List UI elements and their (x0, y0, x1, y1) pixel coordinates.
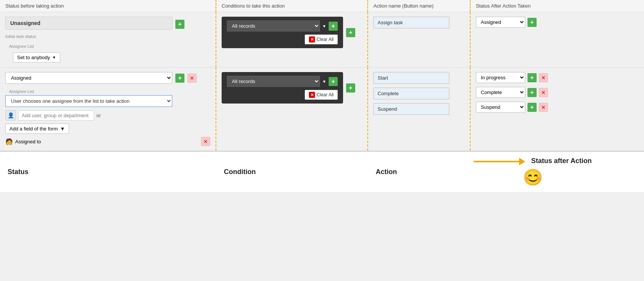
section-row-2: Assigned + ✕ Assignee List User chooses … (0, 68, 644, 151)
status-after-item-start: In progress + ✕ (476, 72, 639, 83)
condition-block-2: All records ▼ + ✕ Clear All (222, 72, 343, 104)
add-status-btn-2[interactable]: + (175, 74, 184, 83)
add-user-input[interactable] (18, 110, 94, 121)
action-item-complete (373, 88, 464, 99)
arrow-with-label: Status after Action (474, 157, 592, 166)
header-action: Action name (Button name) (368, 0, 471, 12)
add-condition-outer-btn-2[interactable]: + (346, 83, 355, 93)
cell-action-1 (368, 12, 471, 67)
header-status-after: Status After Action Taken (471, 0, 644, 12)
clear-all-x-icon-2: ✕ (309, 92, 315, 98)
action-input-start[interactable] (373, 72, 449, 84)
field-dropdown-button[interactable]: Add a field of the form ▼ (5, 124, 69, 134)
header-row: Status before taking action Conditions t… (0, 0, 644, 12)
add-condition-button-2[interactable]: + (329, 77, 338, 86)
chevron-down-icon-cond-2: ▼ (322, 79, 326, 84)
condition-block-inner-1: All records ▼ + (227, 20, 338, 31)
field-dropdown-wrap: Add a field of the form ▼ (5, 124, 210, 134)
add-user-input-wrap: 👤 or (5, 110, 210, 121)
cell-condition-1: All records ▼ + ✕ Clear All (216, 12, 368, 67)
assignee-list-label-2: Assignee List (9, 89, 210, 94)
add-status-after-btn-start[interactable]: + (527, 73, 537, 82)
status-after-select-1[interactable]: Assigned (476, 17, 525, 28)
initial-task-label: Initial task status (5, 34, 210, 39)
assigned-to-label: Assigned to (15, 139, 41, 144)
clear-all-wrap-2: ✕ Clear All (227, 90, 338, 100)
footer-arrow (474, 158, 525, 165)
arrow-line (474, 161, 519, 162)
set-to-anybody-button[interactable]: Set to anybody ▼ (13, 52, 60, 63)
footer-status-after-label: Status after Action (531, 157, 592, 165)
add-status-after-btn-suspend[interactable]: + (527, 103, 537, 112)
set-to-anybody-wrap: Set to anybody ▼ (9, 52, 210, 63)
add-status-after-btn-1[interactable]: + (527, 18, 537, 27)
assigned-to-row: 🧑 Assigned to ✕ (5, 137, 210, 146)
add-condition-outer-btn-1[interactable]: + (346, 28, 355, 37)
remove-status-after-btn-complete[interactable]: ✕ (539, 88, 548, 97)
footer-bar: Status Condition Action Status after Act… (0, 151, 644, 192)
header-status: Status before taking action (0, 0, 216, 12)
action-input-complete[interactable] (373, 88, 449, 99)
action-input-1[interactable] (373, 17, 449, 28)
footer-condition-label: Condition (224, 168, 376, 176)
smiley-icon: 😊 (523, 168, 543, 187)
chevron-down-icon-field: ▼ (60, 126, 65, 132)
cell-status-after-2: In progress + ✕ Complete + ✕ (471, 68, 644, 151)
status-after-label-wrap: Status after Action (531, 157, 592, 166)
action-item-start (373, 72, 464, 84)
action-item-1 (373, 17, 464, 28)
status-after-item-1: Assigned + (476, 17, 639, 28)
condition-select-1[interactable]: All records (227, 20, 320, 31)
cell-status-1: Unassigned + Initial task status Assigne… (0, 12, 216, 67)
status-after-select-suspend[interactable]: Suspend (476, 102, 525, 113)
remove-status-btn-2[interactable]: ✕ (187, 74, 197, 83)
status-select-main-2[interactable]: Assigned (5, 72, 172, 84)
footer-status-label: Status (8, 168, 224, 176)
status-after-select-complete[interactable]: Complete (476, 87, 525, 98)
add-condition-button-1[interactable]: + (329, 22, 338, 31)
condition-select-2[interactable]: All records (227, 76, 320, 87)
cell-status-after-1: Assigned + (471, 12, 644, 67)
remove-status-after-btn-start[interactable]: ✕ (539, 73, 548, 82)
clear-all-wrap-1: ✕ Clear All (227, 35, 338, 44)
person-icon: 🧑 (5, 138, 13, 145)
header-condition: Conditions to take this action (216, 0, 368, 12)
arrow-head-icon (519, 158, 525, 165)
status-unassigned-row: Unassigned + (5, 17, 210, 32)
cell-status-2: Assigned + ✕ Assignee List User chooses … (0, 68, 216, 151)
cell-condition-2: All records ▼ + ✕ Clear All (216, 68, 368, 151)
clear-all-button-1[interactable]: ✕ Clear All (305, 35, 338, 44)
condition-block-1: All records ▼ + ✕ Clear All (222, 17, 343, 48)
status-after-item-suspend: Suspend + ✕ (476, 102, 639, 113)
clear-all-x-icon-1: ✕ (309, 36, 315, 42)
add-status-after-btn-complete[interactable]: + (527, 88, 537, 97)
status-unassigned-box: Unassigned (5, 17, 172, 30)
chevron-down-icon: ▼ (52, 55, 56, 60)
action-input-suspend[interactable] (373, 103, 449, 115)
footer-arrow-area: Status after Action 😊 (429, 157, 636, 187)
status-assigned-row: Assigned + ✕ (5, 72, 210, 84)
chevron-down-icon-cond-1: ▼ (322, 24, 326, 28)
assignee-dropdown-2[interactable]: User chooses one assignee from the list … (5, 95, 172, 107)
action-item-suspend (373, 103, 464, 115)
assignee-list-label-1: Assignee List (9, 44, 210, 49)
user-icon: 👤 (5, 110, 16, 121)
status-after-select-start[interactable]: In progress (476, 72, 525, 83)
remove-status-after-btn-suspend[interactable]: ✕ (539, 103, 548, 112)
condition-outer-row-2: All records ▼ + ✕ Clear All (222, 72, 362, 104)
condition-block-inner-2: All records ▼ + (227, 76, 338, 87)
or-text: or (96, 113, 101, 118)
footer-action-label: Action (376, 168, 429, 176)
remove-assigned-to-btn[interactable]: ✕ (201, 137, 210, 146)
condition-outer-row-1: All records ▼ + ✕ Clear All (222, 17, 362, 48)
section-row-1: Unassigned + Initial task status Assigne… (0, 12, 644, 68)
status-after-item-complete: Complete + ✕ (476, 87, 639, 98)
main-container: Status before taking action Conditions t… (0, 0, 644, 281)
cell-action-2 (368, 68, 471, 151)
add-status-button-1[interactable]: + (175, 20, 184, 29)
clear-all-button-2[interactable]: ✕ Clear All (305, 90, 338, 100)
assignee-section-2: Assignee List User chooses one assignee … (5, 89, 210, 146)
